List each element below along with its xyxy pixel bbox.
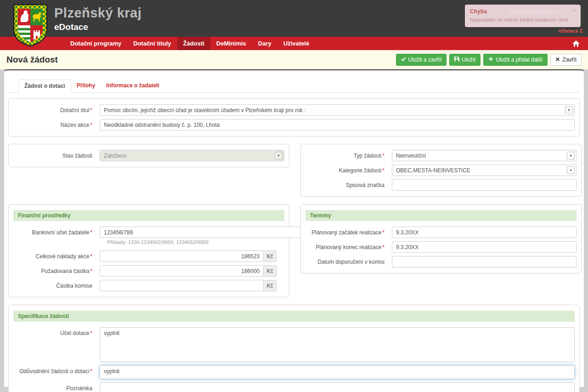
panel-specifikace: Specifikace žádosti Účel dotace* Odůvodn… bbox=[8, 305, 580, 392]
home-icon[interactable] bbox=[568, 37, 584, 50]
castka-komise-input[interactable] bbox=[100, 280, 264, 291]
row-finance-terms: Finanční prostředky Bankovní účet žadate… bbox=[8, 204, 580, 297]
field-datum-doporuceni: Datum doporučení v komisi bbox=[305, 256, 577, 267]
bank-account-hint: Příklady: 1230-1234562/9999, 1234562/999… bbox=[107, 239, 284, 245]
chevron-down-icon: ▼ bbox=[567, 166, 575, 174]
close-button[interactable]: Zavřít bbox=[550, 54, 582, 66]
chevron-down-icon: ▼ bbox=[565, 106, 573, 114]
currency-suffix: Kč bbox=[264, 280, 277, 291]
datum-doporuceni-label: Datum doporučení v komisi bbox=[305, 259, 392, 265]
tab-informace-o-zadateli[interactable]: Informace o žadateli bbox=[101, 80, 164, 92]
panel-typ: Typ žádosti* Neinvestiční ▼ Kategorie žá… bbox=[300, 144, 582, 197]
brand-subtitle: eDotace bbox=[54, 22, 141, 32]
field-kategorie-zadosti: Kategorie žádosti* OBEC,MESTA-NEINVESTIC… bbox=[305, 165, 577, 176]
row-status-type: Stav žádosti Založeno ▼ Typ žádosti* Nei… bbox=[8, 144, 580, 197]
field-nazev-akce: Název akce* bbox=[13, 119, 575, 131]
brand: Plzeňský kraj eDotace bbox=[54, 6, 141, 32]
error-toast: Chyba ✕ Nepodařilo se načíst žádný banko… bbox=[465, 5, 581, 27]
datum-doporuceni-input[interactable] bbox=[392, 256, 577, 267]
form-container: Žádost o dotaci Přílohy Informace o žada… bbox=[4, 69, 584, 387]
bankovni-ucet-label: Bankovní účet žadatele* bbox=[13, 229, 100, 236]
nazev-akce-input[interactable] bbox=[100, 119, 575, 131]
kategorie-zadosti-select[interactable]: OBEC,MESTA-NEINVESTICE ▼ bbox=[392, 165, 577, 176]
field-planovany-zacatek: Plánovaný začátek realizace* bbox=[305, 227, 577, 238]
region-coat-of-arms-icon bbox=[13, 4, 48, 47]
finance-section-title: Finanční prostředky bbox=[13, 210, 284, 221]
save-and-close-button[interactable]: Uložit a zavřít bbox=[396, 54, 447, 66]
close-icon bbox=[555, 57, 560, 63]
pozadovana-castka-label: Požadovaná částka* bbox=[13, 268, 100, 274]
field-stav-zadosti: Stav žádosti Založeno ▼ bbox=[13, 150, 284, 161]
typ-zadosti-label: Typ žádosti* bbox=[305, 153, 392, 159]
check-icon bbox=[401, 57, 406, 63]
field-typ-zadosti: Typ žádosti* Neinvestiční ▼ bbox=[305, 150, 577, 161]
pozadovana-castka-input[interactable] bbox=[100, 265, 264, 277]
titlebar-actions: Uložit a zavřít Uložit Uložit a přidat d… bbox=[396, 54, 582, 66]
app-version: eDotace 2 bbox=[559, 28, 582, 34]
field-ucel-dotace: Účel dotace* bbox=[13, 327, 575, 362]
stav-zadosti-select: Založeno ▼ bbox=[100, 150, 284, 161]
tab-zadost-o-dotaci[interactable]: Žádost o dotaci bbox=[18, 80, 71, 93]
celkove-naklady-input[interactable] bbox=[100, 250, 264, 262]
oduvodneni-label: Odůvodnění žádosti o dotaci* bbox=[13, 365, 100, 375]
nav-item-dotacni-tituly[interactable]: Dotační tituly bbox=[127, 37, 177, 50]
spisova-znacka-input[interactable] bbox=[392, 179, 577, 191]
field-planovany-konec: Plánovaný konec realizace* bbox=[305, 241, 577, 253]
nav-item-deminimis[interactable]: DeMinimis bbox=[210, 37, 252, 50]
plus-icon bbox=[488, 57, 493, 63]
kategorie-zadosti-label: Kategorie žádosti* bbox=[305, 167, 392, 174]
save-button[interactable]: Uložit bbox=[449, 54, 481, 66]
terminy-section-title: Termíny bbox=[305, 210, 577, 221]
brand-title: Plzeňský kraj bbox=[54, 6, 141, 21]
nav-item-dary[interactable]: Dary bbox=[252, 37, 277, 50]
stav-zadosti-label: Stav žádosti bbox=[13, 153, 100, 159]
poznamka-input[interactable] bbox=[100, 382, 575, 392]
dotacni-titul-select[interactable]: Pomoc obcím, jejichž obecní úřad je stav… bbox=[100, 104, 575, 116]
planovany-zacatek-label: Plánovaný začátek realizace* bbox=[305, 229, 392, 236]
poznamka-label: Poznámka bbox=[13, 385, 100, 392]
panel-stav: Stav žádosti Založeno ▼ bbox=[8, 144, 289, 167]
nav-item-zadosti[interactable]: Žádosti bbox=[177, 37, 210, 50]
chevron-down-icon: ▼ bbox=[567, 152, 575, 159]
tab-bar: Žádost o dotaci Přílohy Informace o žada… bbox=[8, 80, 580, 93]
panel-terminy: Termíny Plánovaný začátek realizace* Plá… bbox=[300, 204, 582, 273]
toast-title: Chyba bbox=[470, 8, 576, 15]
toast-close-icon[interactable]: ✕ bbox=[572, 8, 577, 14]
nav-item-dotacni-programy[interactable]: Dotační programy bbox=[64, 37, 127, 50]
typ-zadosti-select[interactable]: Neinvestiční ▼ bbox=[392, 150, 577, 161]
ucel-dotace-label: Účel dotace* bbox=[13, 327, 100, 336]
planovany-konec-label: Plánovaný konec realizace* bbox=[305, 244, 392, 250]
page-title: Nová žádost bbox=[6, 55, 58, 65]
dotacni-titul-label: Dotační titul* bbox=[13, 107, 100, 114]
tab-prilohy[interactable]: Přílohy bbox=[71, 80, 101, 92]
nazev-akce-label: Název akce* bbox=[13, 122, 100, 128]
celkove-naklady-label: Celkové náklady akce* bbox=[13, 253, 100, 260]
nav-item-uzivatele[interactable]: Uživatelé bbox=[277, 37, 315, 50]
field-oduvodneni: Odůvodnění žádosti o dotaci* bbox=[13, 365, 575, 379]
save-icon bbox=[454, 57, 459, 63]
panel-basic: Dotační titul* Pomoc obcím, jejichž obec… bbox=[8, 98, 580, 136]
page-titlebar: Nová žádost Uložit a zavřít Uložit Uloži… bbox=[0, 50, 588, 69]
ucel-dotace-textarea[interactable] bbox=[100, 327, 575, 362]
panel-finance: Finanční prostředky Bankovní účet žadate… bbox=[8, 204, 289, 297]
save-and-add-button[interactable]: Uložit a přidat další bbox=[483, 54, 548, 66]
chevron-down-icon: ▼ bbox=[275, 152, 283, 159]
spisova-znacka-label: Spisová značka bbox=[305, 182, 392, 188]
field-bankovni-ucet: Bankovní účet žadatele* bbox=[13, 227, 284, 238]
field-dotacni-titul: Dotační titul* Pomoc obcím, jejichž obec… bbox=[13, 104, 575, 116]
planovany-zacatek-input[interactable] bbox=[392, 227, 577, 238]
oduvodneni-textarea[interactable] bbox=[100, 365, 575, 379]
field-spisova-znacka: Spisová značka bbox=[305, 179, 577, 191]
field-pozadovana-castka: Požadovaná částka* Kč bbox=[13, 265, 284, 277]
planovany-konec-input[interactable] bbox=[392, 241, 577, 253]
currency-suffix: Kč bbox=[264, 265, 277, 277]
specifikace-section-title: Specifikace žádosti bbox=[13, 311, 575, 322]
castka-komise-label: Částka komise bbox=[13, 283, 100, 289]
currency-suffix: Kč bbox=[264, 250, 277, 262]
toast-message: Nepodařilo se načíst žádný bankovní účet bbox=[470, 17, 576, 23]
main-nav: Dotační programy Dotační tituly Žádosti … bbox=[0, 37, 588, 50]
field-celkove-naklady: Celkové náklady akce* Kč bbox=[13, 250, 284, 262]
field-castka-komise: Částka komise Kč bbox=[13, 280, 284, 291]
field-poznamka: Poznámka bbox=[13, 382, 575, 392]
